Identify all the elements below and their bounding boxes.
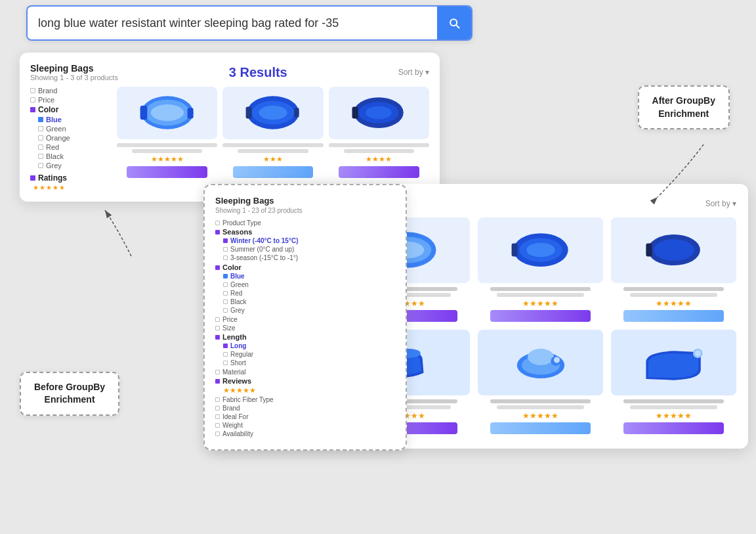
svg-rect-4 bbox=[187, 108, 193, 118]
m-filter-ideal[interactable]: Ideal For bbox=[215, 413, 395, 420]
filter-color-black[interactable]: Black bbox=[30, 152, 109, 160]
after-product-image-3 bbox=[641, 228, 707, 273]
m-filter-green[interactable]: Green bbox=[215, 281, 395, 288]
svg-point-7 bbox=[259, 106, 287, 120]
after-label-box: After GroupByEnrichment bbox=[638, 85, 730, 129]
m-filter-brand[interactable]: Brand bbox=[215, 405, 395, 412]
before-panel: Sleeping Bags Showing 1 - 3 of 3 product… bbox=[20, 53, 440, 202]
before-sidebar: Brand Price Color Blue Green Orange Red … bbox=[30, 87, 109, 191]
middle-panel-title: Sleeping Bags bbox=[215, 196, 395, 206]
svg-point-2 bbox=[150, 104, 183, 121]
after-product-6: ★★★★★ bbox=[611, 330, 736, 434]
before-panel-subtitle: Showing 1 - 3 of 3 products bbox=[30, 74, 118, 81]
after-product-image-5 bbox=[508, 340, 574, 385]
svg-rect-13 bbox=[352, 107, 358, 119]
m-filter-size[interactable]: Size bbox=[215, 324, 395, 332]
m-filter-long[interactable]: Long bbox=[215, 342, 395, 349]
after-product-2-stars: ★★★★★ bbox=[522, 299, 558, 308]
before-product-3-stars: ★★★★ bbox=[366, 155, 392, 164]
search-icon bbox=[448, 15, 461, 31]
before-results-count: 3 Results bbox=[229, 65, 287, 80]
m-filter-grey[interactable]: Grey bbox=[215, 307, 395, 314]
m-filter-product-type[interactable]: Product Type bbox=[215, 219, 395, 227]
before-product-1: ★★★★★ bbox=[117, 87, 217, 191]
svg-point-28 bbox=[528, 349, 554, 365]
m-filter-fiber[interactable]: Fabric Fiber Type bbox=[215, 396, 395, 403]
svg-rect-24 bbox=[646, 244, 652, 257]
product-image-1 bbox=[138, 93, 197, 133]
m-filter-material[interactable]: Material bbox=[215, 368, 395, 376]
svg-rect-9 bbox=[294, 108, 299, 117]
after-product-6-stars: ★★★★★ bbox=[656, 411, 692, 420]
filter-color-blue[interactable]: Blue bbox=[30, 116, 109, 123]
filter-brand[interactable]: Brand bbox=[30, 87, 109, 95]
m-filter-summer[interactable]: Summer (0°C and up) bbox=[215, 246, 395, 253]
search-button[interactable] bbox=[437, 7, 471, 39]
svg-rect-3 bbox=[140, 106, 147, 120]
after-label-text: After GroupByEnrichment bbox=[652, 95, 715, 119]
after-product-3-stars: ★★★★★ bbox=[656, 299, 692, 308]
m-filter-availability[interactable]: Availability bbox=[215, 430, 395, 437]
filter-color-grey[interactable]: Grey bbox=[30, 162, 109, 169]
after-product-2: ★★★★★ bbox=[478, 217, 603, 322]
m-filter-color: Color bbox=[215, 263, 395, 271]
middle-panel: Sleeping Bags Showing 1 - 23 of 23 produ… bbox=[203, 184, 407, 451]
filter-color-green[interactable]: Green bbox=[30, 125, 109, 133]
before-product-2-stars: ★★★ bbox=[263, 155, 283, 164]
before-label-box: Before GroupByEnrichment bbox=[20, 372, 119, 416]
m-filter-black[interactable]: Black bbox=[215, 298, 395, 305]
middle-panel-subtitle: Showing 1 - 23 of 23 products bbox=[215, 207, 395, 214]
after-product-image-6 bbox=[641, 340, 707, 385]
before-product-1-stars: ★★★★★ bbox=[151, 155, 184, 164]
product-image-3 bbox=[349, 93, 408, 133]
svg-point-32 bbox=[694, 350, 700, 356]
before-panel-title: Sleeping Bags bbox=[30, 63, 118, 74]
svg-rect-8 bbox=[246, 107, 252, 119]
before-label-text: Before GroupByEnrichment bbox=[34, 382, 105, 405]
filter-ratings-stars[interactable]: ★★★★★ bbox=[30, 184, 109, 191]
after-sort-by: Sort by ▾ bbox=[705, 199, 736, 208]
product-image-2 bbox=[243, 93, 303, 133]
before-products: ★★★★★ ★★★ bbox=[117, 87, 429, 191]
before-product-2: ★★★ bbox=[222, 87, 323, 191]
filter-color-header: Color bbox=[30, 105, 109, 114]
filter-color-red[interactable]: Red bbox=[30, 143, 109, 151]
m-filter-reviews: Reviews bbox=[215, 377, 395, 385]
svg-point-20 bbox=[526, 243, 555, 257]
before-arrow bbox=[92, 197, 171, 263]
m-filter-weight[interactable]: Weight bbox=[215, 422, 395, 429]
before-product-3: ★★★★ bbox=[329, 87, 429, 191]
filter-ratings-header: Ratings bbox=[30, 173, 109, 183]
before-sort-by: Sort by ▾ bbox=[398, 68, 429, 77]
after-product-3: ★★★★★ bbox=[611, 217, 736, 322]
svg-rect-21 bbox=[511, 244, 517, 257]
svg-point-12 bbox=[366, 106, 392, 120]
svg-point-30 bbox=[553, 357, 559, 363]
m-filter-price[interactable]: Price bbox=[215, 316, 395, 323]
m-filter-red[interactable]: Red bbox=[215, 290, 395, 297]
after-product-5: ★★★★★ bbox=[478, 330, 603, 434]
filter-price[interactable]: Price bbox=[30, 96, 109, 104]
filter-color-orange[interactable]: Orange bbox=[30, 134, 109, 142]
m-filter-short[interactable]: Short bbox=[215, 359, 395, 367]
m-filter-winter[interactable]: Winter (-40°C to 15°C) bbox=[215, 237, 395, 244]
after-product-5-stars: ★★★★★ bbox=[522, 411, 558, 420]
after-product-image-2 bbox=[508, 228, 574, 273]
m-filter-seasons: Seasons bbox=[215, 228, 395, 236]
m-filter-length: Length bbox=[215, 333, 395, 341]
search-bar: long blue water resistant winter sleepin… bbox=[26, 5, 472, 41]
search-input[interactable]: long blue water resistant winter sleepin… bbox=[28, 9, 437, 38]
m-filter-blue[interactable]: Blue bbox=[215, 273, 395, 280]
m-filter-regular[interactable]: Regular bbox=[215, 351, 395, 358]
m-filter-3season[interactable]: 3-season (-15°C to -1°) bbox=[215, 254, 395, 261]
m-filter-reviews-stars[interactable]: ★★★★★ bbox=[215, 386, 395, 395]
svg-point-23 bbox=[654, 239, 694, 261]
